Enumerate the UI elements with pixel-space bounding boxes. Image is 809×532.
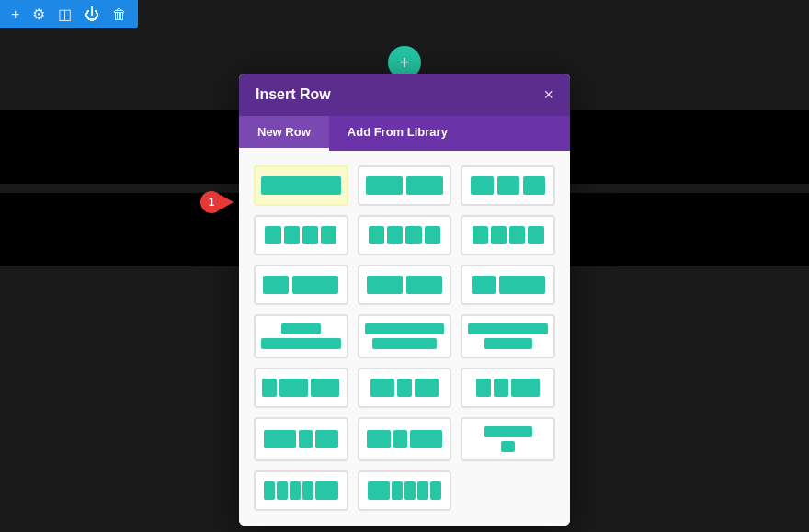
- modal-close-button[interactable]: ×: [543, 86, 553, 103]
- layout-block: [311, 379, 339, 397]
- layout-block: [410, 430, 442, 448]
- tab-add-from-library[interactable]: Add From Library: [329, 116, 466, 151]
- layout-option-4col-a[interactable]: [254, 215, 348, 255]
- insert-row-modal: Insert Row × New Row Add From Library: [239, 74, 570, 526]
- layout-block: [430, 481, 441, 500]
- layout-option-split-c[interactable]: [461, 417, 555, 461]
- layout-block: [528, 226, 543, 244]
- duplicate-icon[interactable]: ◫: [58, 6, 72, 23]
- layout-block: [491, 226, 507, 244]
- layout-block: [315, 481, 337, 500]
- layout-block: [292, 276, 338, 294]
- power-icon[interactable]: ⏻: [85, 6, 99, 23]
- layout-block: [263, 276, 289, 294]
- layout-option-mixed-c[interactable]: [461, 265, 555, 305]
- layout-block: [484, 426, 532, 437]
- layout-block: [369, 226, 384, 244]
- layout-block: [264, 481, 275, 500]
- toolbar: + ⚙ ◫ ⏻ 🗑: [0, 0, 138, 28]
- layout-option-5col-b[interactable]: [358, 470, 452, 511]
- layout-block: [392, 481, 403, 500]
- layout-option-5col-a[interactable]: [254, 470, 348, 511]
- layout-block: [404, 481, 416, 500]
- layout-block: [417, 481, 428, 500]
- layout-option-4col-b[interactable]: [358, 215, 452, 255]
- layout-block: [523, 176, 545, 195]
- layout-block: [497, 176, 519, 195]
- layout-block: [264, 430, 296, 448]
- trash-icon[interactable]: 🗑: [112, 6, 127, 23]
- modal-header: Insert Row ×: [239, 74, 570, 116]
- layout-option-mixed-b[interactable]: [358, 265, 452, 305]
- layout-grid: [239, 151, 570, 526]
- layout-block: [315, 430, 337, 448]
- layout-block: [366, 176, 403, 195]
- layout-block: [472, 276, 496, 294]
- layout-block: [261, 176, 341, 195]
- layout-block: [471, 176, 493, 195]
- layout-block: [397, 379, 412, 397]
- annotation-badge: 1: [200, 191, 234, 213]
- layout-option-4col-c[interactable]: [461, 215, 555, 255]
- layout-option-combo-b[interactable]: [358, 368, 452, 408]
- layout-option-3col-equal[interactable]: [461, 165, 555, 206]
- layout-block: [405, 226, 421, 244]
- layout-block: [370, 379, 394, 397]
- layout-block: [425, 226, 440, 244]
- layout-block: [415, 379, 439, 397]
- layout-block: [406, 176, 443, 195]
- layout-block: [365, 323, 445, 334]
- layout-option-1col[interactable]: [254, 165, 348, 206]
- layout-block: [387, 226, 403, 244]
- modal-tabs: New Row Add From Library: [239, 116, 570, 151]
- settings-icon[interactable]: ⚙: [32, 6, 45, 23]
- layout-block: [367, 430, 391, 448]
- tab-new-row[interactable]: New Row: [239, 116, 329, 151]
- layout-block: [261, 338, 341, 349]
- layout-option-wide-a[interactable]: [254, 314, 348, 358]
- layout-block: [302, 481, 313, 500]
- layout-block: [473, 226, 488, 244]
- modal-title: Insert Row: [256, 86, 331, 103]
- layout-block: [302, 226, 318, 244]
- layout-block: [468, 323, 548, 334]
- layout-block: [279, 379, 308, 397]
- layout-option-combo-c[interactable]: [461, 368, 555, 408]
- layout-option-split-b[interactable]: [358, 417, 452, 461]
- layout-block: [372, 338, 436, 349]
- layout-option-wide-c[interactable]: [461, 314, 555, 358]
- layout-block: [299, 430, 313, 448]
- layout-block: [265, 226, 280, 244]
- layout-block: [284, 226, 300, 244]
- layout-block: [476, 379, 491, 397]
- layout-block: [484, 338, 532, 349]
- layout-block: [501, 441, 516, 452]
- layout-block: [262, 379, 277, 397]
- layout-block: [393, 430, 408, 448]
- layout-block: [509, 226, 525, 244]
- layout-block: [406, 276, 442, 294]
- badge-arrow: [221, 195, 234, 209]
- layout-option-split-a[interactable]: [254, 417, 348, 461]
- badge-number: 1: [200, 191, 222, 213]
- add-row-icon: +: [399, 52, 410, 74]
- layout-block: [494, 379, 508, 397]
- layout-block: [368, 481, 390, 500]
- layout-block: [511, 379, 540, 397]
- layout-block: [290, 481, 301, 500]
- layout-block: [367, 276, 403, 294]
- layout-option-mixed-a[interactable]: [254, 265, 348, 305]
- layout-block: [499, 276, 545, 294]
- layout-option-wide-b[interactable]: [358, 314, 452, 358]
- layout-option-2col-equal[interactable]: [358, 165, 452, 206]
- layout-block: [321, 226, 336, 244]
- layout-block: [277, 481, 288, 500]
- plus-icon[interactable]: +: [11, 6, 19, 23]
- layout-block: [281, 323, 321, 334]
- layout-option-combo-a[interactable]: [254, 368, 348, 408]
